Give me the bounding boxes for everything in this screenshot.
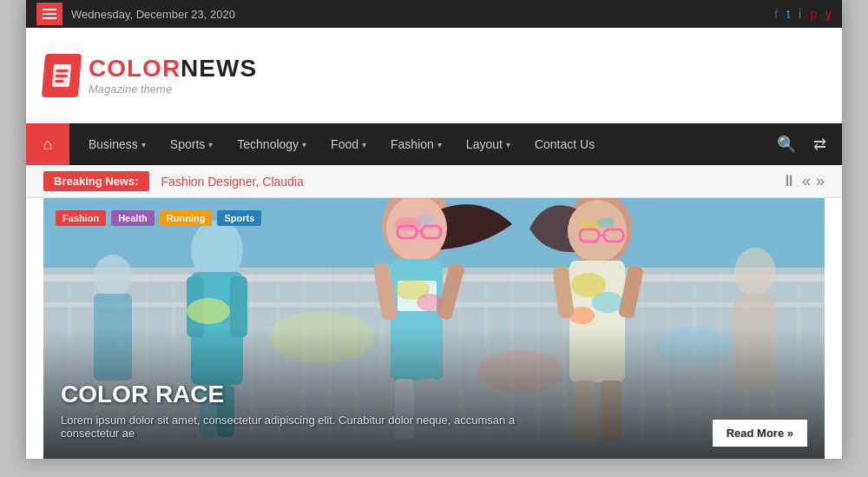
nav-right: 🔍 ⇄ <box>761 129 842 159</box>
nav-item-business[interactable]: Business ▾ <box>76 123 158 165</box>
nav-fashion-arrow: ▾ <box>437 140 442 149</box>
top-bar: Wednesday, December 23, 2020 f t i p y <box>26 0 842 28</box>
breaking-text: Fashion Designer, Claudia <box>161 175 781 189</box>
site-logo[interactable]: COLORNEWS Magazine theme <box>43 54 257 97</box>
nav-layout-arrow: ▾ <box>506 140 510 149</box>
main-content: Fashion Health Running Sports COLOR RACE… <box>43 198 825 459</box>
twitter-icon[interactable]: t <box>786 7 790 21</box>
nav-item-contact[interactable]: Contact Us <box>523 123 607 165</box>
instagram-icon[interactable]: i <box>799 7 801 21</box>
hero-bottom: COLOR RACE Lorem ipsum dolor sit amet, c… <box>43 367 825 459</box>
nav-item-sports[interactable]: Sports ▾ <box>158 123 225 165</box>
nav-item-fashion[interactable]: Fashion ▾ <box>378 123 454 165</box>
read-more-button[interactable]: Read More » <box>713 420 807 447</box>
nav-fashion-label: Fashion <box>391 137 434 151</box>
logo-subtitle: Magazine theme <box>89 83 257 96</box>
logo-color-part: COLOR <box>89 55 181 82</box>
logo-icon <box>42 54 82 97</box>
top-bar-left: Wednesday, December 23, 2020 <box>36 3 235 25</box>
nav-sports-arrow: ▾ <box>208 140 213 149</box>
nav-food-arrow: ▾ <box>362 140 366 149</box>
nav-bar: ⌂ Business ▾ Sports ▾ Technology ▾ Food … <box>26 123 842 165</box>
hamburger-menu[interactable] <box>36 3 62 25</box>
logo-text-wrap: COLORNEWS Magazine theme <box>89 55 257 96</box>
nav-sports-label: Sports <box>170 137 205 151</box>
shuffle-button[interactable]: ⇄ <box>808 129 832 159</box>
hero-tags: Fashion Health Running Sports <box>56 210 261 226</box>
page-wrapper: Wednesday, December 23, 2020 f t i p y <box>0 0 868 477</box>
search-button[interactable]: 🔍 <box>772 129 801 159</box>
nav-business-arrow: ▾ <box>141 140 146 149</box>
nav-items: Business ▾ Sports ▾ Technology ▾ Food ▾ … <box>69 123 761 165</box>
nav-item-layout[interactable]: Layout ▾ <box>454 123 523 165</box>
inner-wrapper: Wednesday, December 23, 2020 f t i p y <box>26 0 842 459</box>
tag-sports[interactable]: Sports <box>217 210 261 226</box>
social-links: f t i p y <box>774 7 832 21</box>
date-display: Wednesday, December 23, 2020 <box>71 8 235 21</box>
breaking-label: Breaking News: <box>43 171 149 191</box>
nav-contact-label: Contact Us <box>535 137 595 151</box>
nav-technology-label: Technology <box>237 137 299 151</box>
youtube-icon[interactable]: y <box>825 7 832 21</box>
nav-home-button[interactable]: ⌂ <box>26 123 69 165</box>
breaking-prev[interactable]: « <box>802 172 811 190</box>
hero-description: Lorem ipsum dolor sit amet, consectetur … <box>61 414 564 440</box>
breaking-pause[interactable]: ⏸ <box>781 172 797 190</box>
nav-technology-arrow: ▾ <box>302 140 306 149</box>
tag-running[interactable]: Running <box>160 210 213 226</box>
tag-health[interactable]: Health <box>111 210 155 226</box>
nav-food-label: Food <box>331 137 358 151</box>
breaking-controls: ⏸ « » <box>781 172 825 190</box>
pinterest-icon[interactable]: p <box>810 7 817 21</box>
nav-layout-label: Layout <box>466 137 503 151</box>
site-header: COLORNEWS Magazine theme <box>26 28 842 123</box>
tag-fashion[interactable]: Fashion <box>56 210 106 226</box>
hero-image: Fashion Health Running Sports COLOR RACE… <box>43 198 825 459</box>
nav-item-technology[interactable]: Technology ▾ <box>225 123 319 165</box>
logo-name: COLORNEWS <box>89 55 257 83</box>
breaking-next[interactable]: » <box>816 172 825 190</box>
nav-item-food[interactable]: Food ▾ <box>319 123 378 165</box>
breaking-news-bar: Breaking News: Fashion Designer, Claudia… <box>26 165 842 198</box>
hero-title: COLOR RACE <box>61 381 807 408</box>
read-more-label: Read More » <box>727 427 793 440</box>
logo-news-part: NEWS <box>181 55 257 82</box>
home-icon: ⌂ <box>43 136 53 154</box>
nav-business-label: Business <box>89 137 138 151</box>
facebook-icon[interactable]: f <box>774 7 778 21</box>
